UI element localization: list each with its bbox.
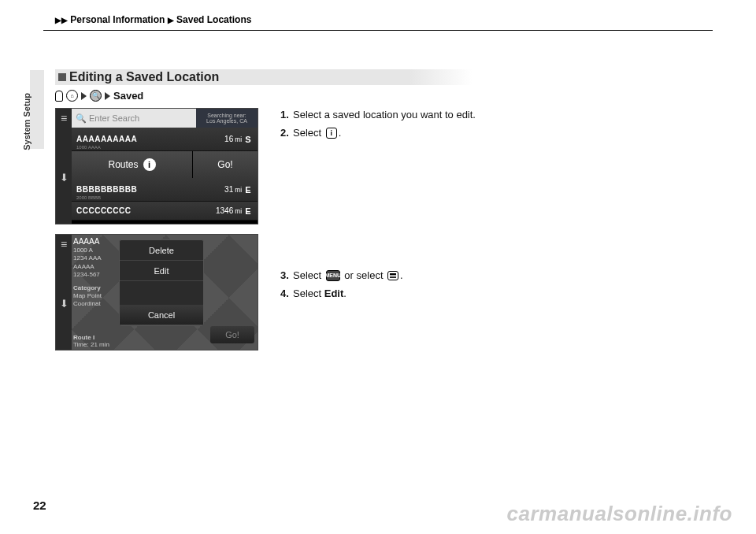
section-title-text: Editing a Saved Location — [69, 70, 219, 84]
list-item[interactable]: AAAAAAAAAA 1000 AAAA 16miS — [72, 128, 258, 151]
hamburger-icon[interactable]: ≡ — [61, 238, 67, 250]
nav-path: ⌂ 🔍 Saved — [55, 90, 701, 102]
finger-icon — [55, 91, 63, 102]
menu-cancel[interactable]: Cancel — [120, 305, 203, 325]
chevron-right-icon — [105, 92, 110, 100]
go-button[interactable]: Go! — [210, 326, 254, 343]
chevron-right-icon: ▶ — [168, 16, 174, 24]
searching-near[interactable]: Searching near: Los Angeles, CA — [196, 109, 258, 128]
side-tab-bg — [30, 70, 44, 149]
magnifier-icon: 🔍 — [76, 113, 87, 124]
side-tab-label: System Setup — [22, 93, 32, 150]
crumb-2: Saved Locations — [176, 14, 251, 25]
screenshot-edit-popup: ≡ ⬇ AAAAA 1000 A 1234 AAA AAAAA 1234-567… — [55, 234, 258, 350]
square-bullet-icon — [58, 73, 66, 81]
chevron-right-icon — [81, 92, 87, 100]
routes-button[interactable]: Routes i — [72, 151, 193, 178]
context-menu: Delete Edit Cancel — [119, 239, 204, 326]
menu-edit[interactable]: Edit — [120, 261, 203, 281]
list-item-expanded: Routes i Go! — [72, 151, 258, 178]
crumb-1: Personal Information — [70, 14, 165, 25]
go-button[interactable]: Go! — [193, 151, 258, 178]
breadcrumb: ▶▶ Personal Information ▶ Saved Location… — [55, 14, 701, 25]
chevron-right-icon: ▶ — [55, 16, 61, 24]
menu-delete[interactable]: Delete — [120, 240, 203, 261]
step-4: 4. Select Edit. — [280, 287, 701, 302]
route-info: Route I Time: 21 min — [73, 334, 109, 348]
info-icon[interactable]: i — [143, 158, 156, 171]
screenshot-saved-list: ≡ ⬇ 🔍 Enter Search Searching near: Los A… — [55, 108, 258, 224]
path-saved: Saved — [113, 90, 143, 102]
list-item[interactable]: BBBBBBBBBB 2000 BBBB 31miE — [72, 178, 258, 202]
scroll-down-icon[interactable]: ⬇ — [60, 172, 69, 184]
hamburger-icon — [387, 271, 398, 280]
home-icon: ⌂ — [66, 90, 78, 102]
step-1: 1. Select a saved location you want to e… — [280, 108, 701, 123]
step-2: 2. Select . — [280, 126, 701, 141]
list-item[interactable]: CCCCCCCCC 1346miE — [72, 202, 258, 221]
scroll-down-icon[interactable]: ⬇ — [60, 298, 69, 310]
search-placeholder: Enter Search — [89, 113, 139, 123]
search-circle-icon: 🔍 — [90, 90, 102, 102]
map-area: AAAAA 1000 A 1234 AAA AAAAA 1234-567 Cat… — [72, 235, 258, 350]
step-3: 3. Select MENU or select . — [280, 269, 701, 284]
section-heading: Editing a Saved Location — [55, 69, 472, 85]
location-details: AAAAA 1000 A 1234 AAA AAAAA 1234-567 Cat… — [73, 236, 102, 309]
search-input[interactable]: 🔍 Enter Search — [72, 109, 196, 128]
info-icon — [326, 128, 337, 139]
divider — [43, 30, 713, 31]
chevron-right-icon: ▶ — [61, 16, 68, 24]
hamburger-icon[interactable]: ≡ — [61, 112, 67, 124]
menu-button-icon: MENU — [326, 270, 340, 281]
page-number: 22 — [33, 499, 46, 512]
watermark: carmanualsonline.info — [507, 502, 732, 526]
